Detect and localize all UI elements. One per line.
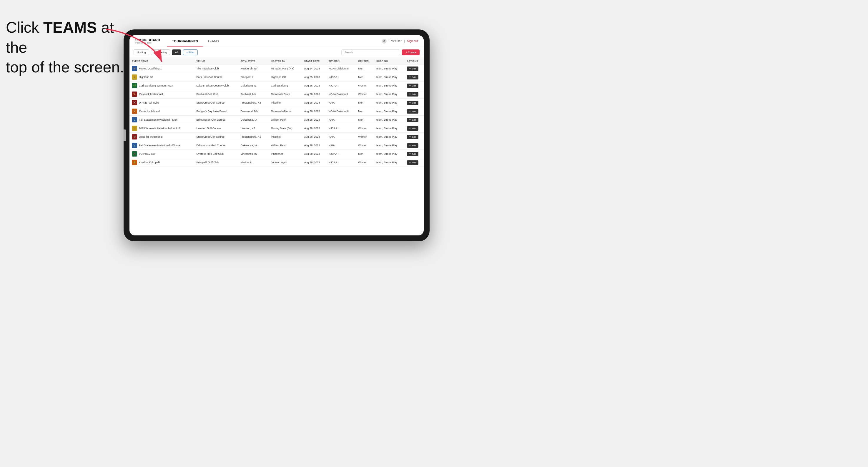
tab-teams[interactable]: TEAMS bbox=[203, 36, 224, 47]
actions: ✏ Edit bbox=[405, 141, 424, 150]
event-name: VU PREVIEW bbox=[139, 152, 156, 155]
city-state: Newburgh, NY bbox=[238, 64, 269, 73]
edit-button[interactable]: ✏ Edit bbox=[407, 152, 418, 156]
sign-out-link[interactable]: Sign out bbox=[407, 39, 418, 43]
table-row: 🦅 MSMC Qualifying 1 The Powelton Club Ne… bbox=[129, 64, 424, 73]
edit-label: Edit bbox=[412, 127, 416, 130]
start-date: Aug 28, 2023 bbox=[302, 124, 326, 133]
city-state: Marion, IL bbox=[238, 158, 269, 167]
table-row: 🌵 Klash at Kokopelli Kokopelli Golf Club… bbox=[129, 158, 424, 167]
table-row: 🎓 VU PREVIEW Cypress Hills Golf Club Vin… bbox=[129, 150, 424, 158]
event-name: upike fall invitational bbox=[139, 135, 163, 138]
event-name: Fall Statesmen Invitational - Women bbox=[139, 144, 181, 147]
user-name: Test User bbox=[389, 39, 401, 43]
venue: Park Hills Golf Course bbox=[194, 73, 238, 82]
edit-label: Edit bbox=[412, 144, 416, 147]
actions: ✏ Edit bbox=[405, 150, 424, 158]
edit-label: Edit bbox=[412, 101, 416, 104]
hosted-by: Minnesota-Morris bbox=[269, 107, 302, 116]
start-date: Aug 28, 2023 bbox=[302, 141, 326, 150]
start-date: Aug 25, 2023 bbox=[302, 73, 326, 82]
start-date: Aug 28, 2023 bbox=[302, 116, 326, 124]
edit-button[interactable]: ✏ Edit bbox=[407, 75, 418, 80]
competing-filter-btn[interactable]: Competing bbox=[151, 50, 170, 55]
scoring: team, Stroke Play bbox=[374, 107, 405, 116]
scoring: team, Stroke Play bbox=[374, 158, 405, 167]
edit-icon: ✏ bbox=[409, 144, 411, 147]
venue: Lake Bracken Country Club bbox=[194, 82, 238, 90]
gender: Women bbox=[356, 158, 374, 167]
actions: ✏ Edit bbox=[405, 90, 424, 99]
scoring: team, Stroke Play bbox=[374, 90, 405, 99]
hosting-filter-btn[interactable]: Hosting bbox=[133, 50, 149, 55]
actions: ✏ Edit bbox=[405, 64, 424, 73]
edit-label: Edit bbox=[412, 76, 416, 79]
edit-button[interactable]: ✏ Edit bbox=[407, 135, 418, 139]
edit-button[interactable]: ✏ Edit bbox=[407, 101, 418, 105]
edit-button[interactable]: ✏ Edit bbox=[407, 66, 418, 71]
division: NJCAA II bbox=[326, 124, 356, 133]
scoring: team, Stroke Play bbox=[374, 124, 405, 133]
event-name: Carl Sandburg Women FA23 bbox=[139, 84, 173, 87]
event-name: Highland 36 bbox=[139, 75, 153, 79]
nav-bar: SCOREBOARD Powered by clippi TOURNAMENTS… bbox=[129, 35, 424, 47]
hosted-by: Pikeville bbox=[269, 133, 302, 141]
division: NCAA Division III bbox=[326, 107, 356, 116]
table-body: 🦅 MSMC Qualifying 1 The Powelton Club Ne… bbox=[129, 64, 424, 167]
venue: Faribault Golf Club bbox=[194, 90, 238, 99]
table-header: EVENT NAME VENUE CITY, STATE HOSTED BY S… bbox=[129, 58, 424, 64]
start-date: Aug 24, 2023 bbox=[302, 64, 326, 73]
all-filter-btn[interactable]: All bbox=[172, 50, 181, 55]
hosted-by: Pikeville bbox=[269, 99, 302, 107]
create-btn[interactable]: + Create bbox=[402, 50, 420, 55]
hosted-by: Minnesota State bbox=[269, 90, 302, 99]
table-row: 🐎 Maverick Invitational Faribault Golf C… bbox=[129, 90, 424, 99]
gender: Men bbox=[356, 73, 374, 82]
scoring: team, Stroke Play bbox=[374, 64, 405, 73]
edit-label: Edit bbox=[412, 161, 416, 164]
gender: Men bbox=[356, 64, 374, 73]
city-state: Prestonsburg, KY bbox=[238, 99, 269, 107]
edit-icon: ✏ bbox=[409, 93, 411, 95]
hosted-by: John A Logan bbox=[269, 158, 302, 167]
table-row: 🐻 upike fall invitational StoneCrest Gol… bbox=[129, 133, 424, 141]
division: NJCAA I bbox=[326, 158, 356, 167]
gender: Men bbox=[356, 116, 374, 124]
edit-label: Edit bbox=[412, 136, 416, 138]
event-name: MSMC Qualifying 1 bbox=[139, 67, 162, 70]
scoring: team, Stroke Play bbox=[374, 133, 405, 141]
nav-tabs: TOURNAMENTS TEAMS bbox=[167, 35, 224, 47]
edit-button[interactable]: ✏ Edit bbox=[407, 126, 418, 131]
edit-button[interactable]: ✏ Edit bbox=[407, 92, 418, 96]
tab-tournaments[interactable]: TOURNAMENTS bbox=[167, 36, 203, 47]
edit-button[interactable]: ✏ Edit bbox=[407, 84, 418, 88]
edit-button[interactable]: ✏ Edit bbox=[407, 143, 418, 148]
event-name: 2023 Women's Hesston Fall Kickoff bbox=[139, 127, 180, 130]
gender: Women bbox=[356, 141, 374, 150]
division: NAIA bbox=[326, 133, 356, 141]
start-date: Aug 28, 2023 bbox=[302, 150, 326, 158]
actions: ✏ Edit bbox=[405, 158, 424, 167]
edit-icon: ✏ bbox=[409, 119, 411, 121]
venue: Cypress Hills Golf Club bbox=[194, 150, 238, 158]
edit-button[interactable]: ✏ Edit bbox=[407, 118, 418, 122]
gear-icon[interactable]: ⚙ bbox=[382, 39, 386, 43]
hosted-by: Murray State (OK) bbox=[269, 124, 302, 133]
city-state: Hesston, KS bbox=[238, 124, 269, 133]
filter-options-btn[interactable]: ≡ Filter bbox=[183, 50, 198, 55]
division: NJCAA I bbox=[326, 73, 356, 82]
nav-right: ⚙ Test User | Sign out bbox=[382, 39, 418, 43]
gender: Women bbox=[356, 90, 374, 99]
gender: Men bbox=[356, 150, 374, 158]
edit-icon: ✏ bbox=[409, 127, 411, 129]
col-gender: GENDER bbox=[356, 58, 374, 64]
col-scoring: SCORING bbox=[374, 58, 405, 64]
edit-icon: ✏ bbox=[409, 153, 411, 155]
col-venue: VENUE bbox=[194, 58, 238, 64]
edit-button[interactable]: ✏ Edit bbox=[407, 109, 418, 114]
city-state: Galesburg, IL bbox=[238, 82, 269, 90]
edit-button[interactable]: ✏ Edit bbox=[407, 160, 418, 165]
search-input[interactable] bbox=[341, 50, 400, 55]
event-name: Fall Statesmen Invitational - Men bbox=[139, 118, 178, 121]
edit-icon: ✏ bbox=[409, 161, 411, 164]
